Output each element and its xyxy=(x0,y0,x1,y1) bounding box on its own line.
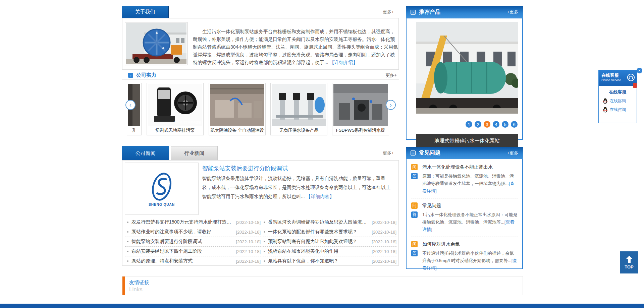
products-more-link[interactable]: +更多 xyxy=(507,9,518,15)
faq-answer-text: 原因：可能是接触氧化池、沉淀池、消毒池、污泥池等联通管道发生堵塞，一般堵塞物为脱… xyxy=(422,174,514,186)
qq-penguin-icon xyxy=(603,107,608,113)
friendly-links-title: 友情链接 xyxy=(129,280,149,286)
faq-item: 问 常见问题 答 1.污水一体化处理设备不能正常出水原因：可能是接触氧化池、沉淀… xyxy=(411,202,518,237)
collapse-tab-icon[interactable] xyxy=(633,83,637,88)
news-item[interactable]: 泵站作业时的注意事项不少呢，请收好[2022-10-18] xyxy=(125,227,261,237)
faq-answer: 1.污水一体化处理设备不能正常出水原因：可能是接触氧化池、沉淀池、消毒池、污泥池… xyxy=(422,211,518,233)
faq-title: 常见问题 xyxy=(419,149,440,157)
pump-photo: 研磨排污泵底部截面图 xyxy=(148,84,202,126)
faq-more-link[interactable]: +更多 xyxy=(507,150,518,156)
pump-overlay-caption: 研磨排污泵底部截面图 xyxy=(174,121,201,124)
news-item-date: [2022-10-18] xyxy=(372,249,396,254)
headset-icon xyxy=(627,73,635,81)
arrow-right-icon: › xyxy=(411,150,416,156)
faq-item: 问 污水一体化处理设备不能正常出水 答 原因：可能是接触氧化池、沉淀池、消毒池、… xyxy=(411,163,518,198)
bullet-icon xyxy=(264,222,265,223)
question-icon: 问 xyxy=(411,241,418,247)
news-item[interactable]: 预制泵站到底有何魔力让它如此受欢迎呢？[2022-10-18] xyxy=(262,237,396,247)
news-item[interactable]: 泵站安装要经过以下四个施工阶段[2022-10-18] xyxy=(125,247,261,256)
about-paragraph-text: 生活污水一体化预制泵站服务平台由格栅板和支架制作而成，并用不锈钢板包边，其强度高… xyxy=(193,29,398,65)
news-item[interactable]: 农发行巴楚县支行1500万元支持污水处理打造宜居[2022-10-18] xyxy=(125,218,261,227)
orange-accent-bar xyxy=(122,276,125,295)
news-item-title: 智能泵站安装后要进行分阶段调试 xyxy=(131,239,234,245)
featured-detail-link[interactable]: 【详细内容】 xyxy=(306,194,334,199)
water-supply-photo xyxy=(272,84,326,126)
product-photo[interactable] xyxy=(416,22,518,114)
about-more-link[interactable]: 更多+ xyxy=(383,9,394,15)
qq-consult-item[interactable]: 在线咨询 xyxy=(603,98,637,104)
news-item-date: [2022-10-18] xyxy=(236,239,261,244)
featured-news-logo[interactable]: SHENG QUAN xyxy=(125,163,199,215)
news-more-link[interactable]: 更多+ xyxy=(383,150,394,156)
strength-title: 公司实力 xyxy=(136,72,156,78)
bottom-blue-bar xyxy=(0,304,644,308)
product-pagination: 1 2 3 4 5 6 xyxy=(466,121,518,128)
carousel-caption: 凯太隔油设备 全自动隔油设 xyxy=(210,126,264,135)
news-item-title: 一体化泵站的配套部件有哪些技术要求呢？ xyxy=(268,229,370,235)
products-title: 推荐产品 xyxy=(419,9,440,16)
strength-header: › 公司实力 更多+ xyxy=(122,71,399,80)
friendly-links-subtitle: Links xyxy=(129,286,143,293)
carousel-caption: FSDPWS系列智能污水提 xyxy=(333,126,388,135)
news-item-title: 泵站作业时的注意事项不少呢，请收好 xyxy=(131,229,234,235)
arrow-up-icon xyxy=(626,256,633,263)
strength-more-link[interactable]: 更多+ xyxy=(385,72,397,78)
tab-company-news[interactable]: 公司新闻 xyxy=(122,146,169,160)
faq-question[interactable]: 常见问题 xyxy=(422,202,441,209)
bullet-icon xyxy=(127,251,128,252)
chevron-right-icon[interactable]: › xyxy=(386,100,396,110)
faq-item: 问 如何应对进水余氯 答 不过通过污托邦技术群的小伙伴们的描述，余氯升高于0.5… xyxy=(411,240,518,275)
answer-icon: 答 xyxy=(411,250,418,256)
products-header: › 推荐产品 +更多 xyxy=(406,6,523,18)
faq-question[interactable]: 如何应对进水余氯 xyxy=(422,241,460,247)
carousel-item-water-supply[interactable]: 无负压供水设备产品 xyxy=(270,83,327,135)
close-icon[interactable]: ✕ xyxy=(637,68,642,73)
tab-about-us[interactable]: 关于我们 xyxy=(122,6,169,18)
faq-panel: › 常见问题 +更多 问 污水一体化处理设备不能正常出水 答 原因：可能是接触氧… xyxy=(406,147,523,269)
page-dot-1[interactable]: 1 xyxy=(466,121,472,128)
tab-industry-news[interactable]: 行业新闻 xyxy=(171,146,218,160)
bullet-icon xyxy=(127,222,128,223)
page-dot-6[interactable]: 6 xyxy=(511,121,518,128)
news-item[interactable]: 智能泵站安装后要进行分阶段调试[2022-10-18] xyxy=(125,237,261,247)
chevron-left-icon[interactable]: ‹ xyxy=(125,100,136,110)
page-dot-3-active[interactable]: 3 xyxy=(484,121,490,128)
bullet-icon xyxy=(127,231,128,233)
news-item-date: [2022-10-18] xyxy=(372,220,396,225)
faq-question[interactable]: 污水一体化处理设备不能正常出水 xyxy=(422,164,493,170)
about-detail-link[interactable]: 【详细介绍】 xyxy=(330,60,358,65)
news-item[interactable]: 一体化泵站的配套部件有哪些技术要求呢？[2022-10-18] xyxy=(262,227,396,237)
carousel-caption: 无负压供水设备产品 xyxy=(272,126,326,135)
qq-consult-label: 在线咨询 xyxy=(610,107,626,113)
page-dot-4[interactable]: 4 xyxy=(493,121,499,128)
featured-news-title[interactable]: 智能泵站安装后要进行分阶段调试 xyxy=(202,165,288,172)
news-item-title: 预制泵站到底有何魔力让它如此受欢迎呢？ xyxy=(268,239,370,245)
product-caption[interactable]: 地埋式带粉碎污水一体化泵站 xyxy=(416,134,518,147)
back-to-top-button[interactable]: TOP xyxy=(620,251,638,273)
carousel-item-grease-separator[interactable]: 凯太隔油设备 全自动隔油设 xyxy=(209,83,266,135)
qq-consult-item[interactable]: 在线咨询 xyxy=(603,107,637,113)
question-icon: 问 xyxy=(411,202,418,209)
carousel-item-pump[interactable]: 研磨排污泵底部截面图 切割式无堵塞排污泵 xyxy=(147,83,204,135)
faq-answer: 不过通过污托邦技术群的小伙伴们的描述，余氯升高于0.5mg/L时对反硝化开始影响… xyxy=(422,250,518,272)
news-item-title: 泵站的原理、特点和安装方式 xyxy=(131,258,234,264)
qq-penguin-icon xyxy=(603,98,608,104)
news-tabs: 公司新闻 行业新闻 xyxy=(122,146,218,160)
friendly-links-section: 友情链接 Links xyxy=(122,276,523,295)
page-dot-2[interactable]: 2 xyxy=(475,121,481,128)
news-section: SHENG QUAN 智能泵站安装后要进行分阶段调试 智能泵站设备采用流体学设计… xyxy=(122,160,399,266)
online-service-header: 在线客服 Online Service xyxy=(599,70,637,86)
carousel-caption: 切割式无堵塞排污泵 xyxy=(148,126,202,135)
news-item[interactable]: 泵站的原理、特点和安装方式[2022-10-18] xyxy=(125,256,261,266)
answer-icon: 答 xyxy=(411,173,418,179)
arrow-right-icon: › xyxy=(128,73,133,78)
news-item[interactable]: 泵站具有以下优点，你不知道吧？[2022-10-18] xyxy=(262,256,396,266)
question-icon: 问 xyxy=(411,164,418,170)
news-item[interactable]: 番禺区河长办调研督导罗边涌及思贤大围涌流域水环[2022-10-18] xyxy=(262,218,396,227)
qq-consult-label: 在线咨询 xyxy=(610,98,626,104)
news-item[interactable]: 浅析泵站在城市环境美化中的作用[2022-10-18] xyxy=(262,247,396,256)
carousel-item-sewage-lift[interactable]: FSDPWS系列智能污水提 xyxy=(332,83,389,135)
news-item-title: 番禺区河长办调研督导罗边涌及思贤大围涌流域水环 xyxy=(268,219,370,225)
page-dot-5[interactable]: 5 xyxy=(502,121,508,128)
bullet-icon xyxy=(127,260,128,262)
